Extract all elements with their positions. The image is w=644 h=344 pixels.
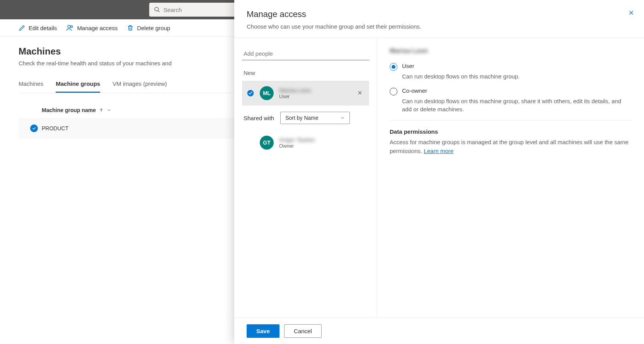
sort-by-value: Sort by Name (285, 115, 319, 121)
search-icon (154, 6, 160, 13)
edit-details-button[interactable]: Edit details (19, 24, 57, 31)
edit-details-label: Edit details (29, 25, 57, 31)
checkmark-icon (30, 124, 38, 132)
remove-person-button[interactable] (355, 88, 365, 99)
panel-left-column: New ML Marisa Leon User Sha (234, 38, 377, 318)
person-checkbox[interactable] (247, 89, 254, 97)
sort-by-dropdown[interactable]: Sort by Name (280, 112, 350, 124)
radio-coowner[interactable] (390, 88, 397, 95)
radio-user-label: User (402, 63, 414, 69)
cancel-button[interactable]: Cancel (284, 324, 322, 338)
data-permissions-title: Data permissions (390, 128, 632, 135)
radio-user[interactable] (390, 63, 397, 71)
panel-description: Choose who can use your machine group an… (247, 23, 632, 30)
shared-with-label: Shared with (244, 115, 274, 121)
panel-right-column: Marisa Leon User Can run desktop flows o… (377, 38, 644, 318)
person-name: Marisa Leon (279, 87, 350, 94)
svg-point-3 (71, 26, 73, 27)
close-icon (628, 9, 635, 16)
arrow-up-icon (99, 108, 104, 112)
person-name: Grigor Tashev (279, 136, 365, 143)
svg-point-2 (68, 25, 71, 28)
panel-close-button[interactable] (628, 9, 635, 17)
person-role: User (279, 94, 350, 99)
selected-person-name: Marisa Leon (390, 47, 428, 55)
radio-coowner-option[interactable]: Co-owner (390, 87, 632, 95)
close-icon (357, 90, 363, 96)
new-section-label: New (244, 70, 369, 76)
data-permissions-text: Access for machine groups is managed at … (390, 138, 632, 155)
chevron-down-icon (340, 116, 345, 120)
tab-machine-groups[interactable]: Machine groups (56, 76, 100, 93)
radio-user-desc: Can run desktop flows on this machine gr… (402, 72, 632, 80)
trash-icon (127, 24, 134, 31)
person-row-owner[interactable]: GT Grigor Tashev Owner (242, 130, 369, 155)
panel-title: Manage access (247, 9, 632, 19)
radio-user-option[interactable]: User (390, 63, 632, 71)
radio-coowner-desc: Can run desktop flows on this machine gr… (402, 97, 632, 113)
person-row-new[interactable]: ML Marisa Leon User (242, 81, 369, 106)
chevron-down-icon (107, 108, 111, 112)
manage-access-button[interactable]: Manage access (66, 24, 118, 32)
add-people-input[interactable] (242, 47, 369, 60)
manage-access-panel: Manage access Choose who can use your ma… (234, 0, 644, 344)
people-icon (66, 24, 74, 32)
avatar: ML (260, 86, 274, 100)
radio-coowner-label: Co-owner (402, 87, 427, 94)
tab-machines[interactable]: Machines (19, 76, 43, 93)
panel-header: Manage access Choose who can use your ma… (234, 0, 644, 38)
check-circle-icon (247, 89, 254, 97)
row-checkbox[interactable] (26, 124, 42, 132)
pencil-icon (19, 24, 26, 31)
tab-vm-images[interactable]: VM images (preview) (112, 76, 167, 93)
delete-group-button[interactable]: Delete group (127, 24, 170, 31)
learn-more-link[interactable]: Learn more (424, 148, 453, 154)
manage-access-label: Manage access (77, 25, 118, 31)
save-button[interactable]: Save (247, 324, 279, 338)
panel-footer: Save Cancel (234, 318, 644, 344)
avatar: GT (260, 136, 274, 150)
svg-line-1 (158, 10, 160, 12)
svg-point-0 (155, 7, 158, 11)
divider (390, 120, 632, 121)
delete-group-label: Delete group (137, 25, 170, 31)
person-role: Owner (279, 143, 365, 149)
